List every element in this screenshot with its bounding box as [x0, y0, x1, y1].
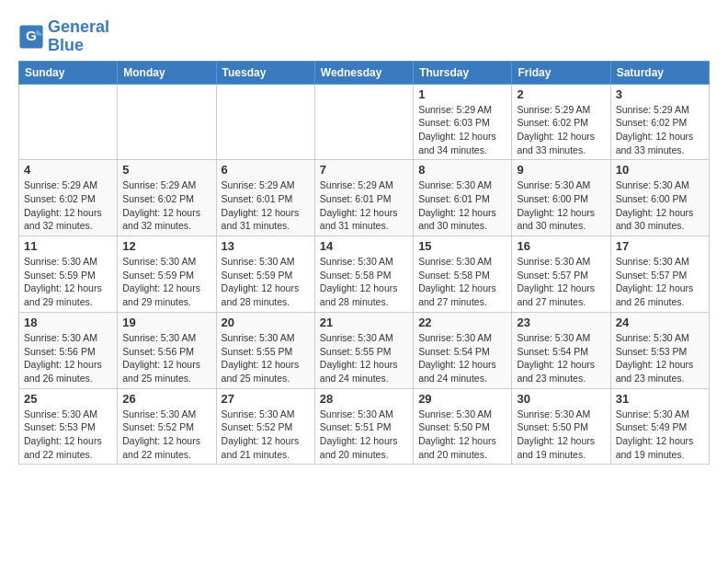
cell-date: 22 — [418, 316, 506, 329]
cell-info: Sunrise: 5:29 AM Sunset: 6:02 PM Dayligh… — [24, 178, 112, 233]
calendar-header-row: SundayMondayTuesdayWednesdayThursdayFrid… — [19, 61, 710, 84]
day-header-saturday: Saturday — [610, 61, 709, 84]
cell-date: 10 — [616, 163, 704, 177]
cell-date: 23 — [517, 316, 605, 329]
cell-date: 31 — [616, 392, 704, 406]
calendar-cell: 5Sunrise: 5:29 AM Sunset: 6:02 PM Daylig… — [118, 160, 216, 236]
calendar-cell: 26Sunrise: 5:30 AM Sunset: 5:52 PM Dayli… — [118, 388, 216, 465]
cell-info: Sunrise: 5:30 AM Sunset: 5:49 PM Dayligh… — [616, 408, 704, 462]
day-header-friday: Friday — [512, 61, 610, 84]
cell-info: Sunrise: 5:29 AM Sunset: 6:02 PM Dayligh… — [616, 103, 704, 157]
calendar-cell: 9Sunrise: 5:30 AM Sunset: 6:00 PM Daylig… — [512, 160, 610, 236]
page-container: G General Blue SundayMondayTuesdayWednes… — [0, 0, 728, 474]
cell-info: Sunrise: 5:30 AM Sunset: 5:53 PM Dayligh… — [616, 331, 704, 385]
day-header-sunday: Sunday — [19, 61, 118, 84]
cell-info: Sunrise: 5:30 AM Sunset: 5:58 PM Dayligh… — [320, 255, 408, 309]
calendar-cell: 11Sunrise: 5:30 AM Sunset: 5:59 PM Dayli… — [19, 236, 118, 313]
day-header-wednesday: Wednesday — [314, 61, 413, 84]
calendar-cell: 8Sunrise: 5:30 AM Sunset: 6:01 PM Daylig… — [414, 160, 512, 236]
cell-info: Sunrise: 5:30 AM Sunset: 5:57 PM Dayligh… — [616, 255, 704, 309]
calendar-cell: 22Sunrise: 5:30 AM Sunset: 5:54 PM Dayli… — [414, 312, 512, 388]
cell-info: Sunrise: 5:29 AM Sunset: 6:01 PM Dayligh… — [320, 178, 408, 233]
cell-info: Sunrise: 5:30 AM Sunset: 5:54 PM Dayligh… — [418, 331, 506, 385]
calendar-cell: 4Sunrise: 5:29 AM Sunset: 6:02 PM Daylig… — [19, 160, 118, 236]
cell-date: 16 — [517, 239, 605, 253]
calendar-cell: 16Sunrise: 5:30 AM Sunset: 5:57 PM Dayli… — [512, 236, 610, 313]
calendar-cell — [216, 84, 314, 160]
cell-date: 3 — [616, 87, 704, 101]
cell-info: Sunrise: 5:30 AM Sunset: 5:55 PM Dayligh… — [320, 331, 408, 385]
cell-date: 15 — [418, 239, 506, 253]
cell-date: 1 — [418, 87, 506, 101]
calendar-cell: 1Sunrise: 5:29 AM Sunset: 6:03 PM Daylig… — [414, 84, 512, 160]
calendar-week-1: 1Sunrise: 5:29 AM Sunset: 6:03 PM Daylig… — [19, 84, 710, 160]
cell-info: Sunrise: 5:30 AM Sunset: 5:59 PM Dayligh… — [222, 255, 310, 309]
calendar-cell: 19Sunrise: 5:30 AM Sunset: 5:56 PM Dayli… — [118, 312, 216, 388]
cell-info: Sunrise: 5:30 AM Sunset: 6:01 PM Dayligh… — [418, 178, 506, 233]
day-header-thursday: Thursday — [414, 61, 512, 84]
logo-line2: Blue — [48, 37, 109, 55]
calendar-cell: 27Sunrise: 5:30 AM Sunset: 5:52 PM Dayli… — [216, 388, 314, 465]
cell-date: 21 — [320, 316, 408, 329]
calendar-cell: 2Sunrise: 5:29 AM Sunset: 6:02 PM Daylig… — [512, 84, 610, 160]
cell-date: 4 — [24, 163, 112, 177]
calendar-cell: 20Sunrise: 5:30 AM Sunset: 5:55 PM Dayli… — [216, 312, 314, 388]
svg-text:G: G — [26, 28, 37, 43]
calendar-cell: 6Sunrise: 5:29 AM Sunset: 6:01 PM Daylig… — [216, 160, 314, 236]
cell-date: 11 — [24, 239, 112, 253]
cell-date: 18 — [24, 316, 112, 329]
calendar-week-5: 25Sunrise: 5:30 AM Sunset: 5:53 PM Dayli… — [19, 388, 710, 465]
calendar-cell: 13Sunrise: 5:30 AM Sunset: 5:59 PM Dayli… — [216, 236, 314, 313]
calendar-cell — [314, 84, 413, 160]
cell-info: Sunrise: 5:29 AM Sunset: 6:03 PM Dayligh… — [418, 103, 506, 157]
calendar-cell: 12Sunrise: 5:30 AM Sunset: 5:59 PM Dayli… — [118, 236, 216, 313]
cell-date: 19 — [122, 316, 210, 329]
calendar-cell — [118, 84, 216, 160]
header: G General Blue — [18, 18, 710, 55]
cell-info: Sunrise: 5:30 AM Sunset: 5:52 PM Dayligh… — [122, 408, 210, 462]
cell-info: Sunrise: 5:30 AM Sunset: 5:56 PM Dayligh… — [24, 331, 112, 385]
cell-date: 26 — [122, 392, 210, 406]
cell-info: Sunrise: 5:30 AM Sunset: 5:58 PM Dayligh… — [418, 255, 506, 309]
calendar-cell: 28Sunrise: 5:30 AM Sunset: 5:51 PM Dayli… — [314, 388, 413, 465]
calendar-table: SundayMondayTuesdayWednesdayThursdayFrid… — [18, 61, 710, 465]
cell-date: 13 — [222, 239, 310, 253]
cell-date: 27 — [222, 392, 310, 406]
logo: G General Blue — [18, 18, 109, 55]
calendar-cell: 10Sunrise: 5:30 AM Sunset: 6:00 PM Dayli… — [610, 160, 709, 236]
calendar-cell: 15Sunrise: 5:30 AM Sunset: 5:58 PM Dayli… — [414, 236, 512, 313]
cell-info: Sunrise: 5:30 AM Sunset: 6:00 PM Dayligh… — [517, 178, 605, 233]
calendar-cell: 30Sunrise: 5:30 AM Sunset: 5:50 PM Dayli… — [512, 388, 610, 465]
cell-date: 9 — [517, 163, 605, 177]
cell-date: 8 — [418, 163, 506, 177]
cell-date: 24 — [616, 316, 704, 329]
cell-info: Sunrise: 5:30 AM Sunset: 5:53 PM Dayligh… — [24, 408, 112, 462]
calendar-cell: 31Sunrise: 5:30 AM Sunset: 5:49 PM Dayli… — [610, 388, 709, 465]
day-header-tuesday: Tuesday — [216, 61, 314, 84]
cell-date: 14 — [320, 239, 408, 253]
calendar-cell: 17Sunrise: 5:30 AM Sunset: 5:57 PM Dayli… — [610, 236, 709, 313]
cell-date: 2 — [517, 87, 605, 101]
cell-date: 28 — [320, 392, 408, 406]
cell-date: 5 — [122, 163, 210, 177]
cell-date: 6 — [222, 163, 310, 177]
logo-line1: General — [48, 18, 109, 37]
cell-info: Sunrise: 5:30 AM Sunset: 5:51 PM Dayligh… — [320, 408, 408, 462]
day-header-monday: Monday — [118, 61, 216, 84]
cell-date: 12 — [122, 239, 210, 253]
calendar-cell: 3Sunrise: 5:29 AM Sunset: 6:02 PM Daylig… — [610, 84, 709, 160]
calendar-week-3: 11Sunrise: 5:30 AM Sunset: 5:59 PM Dayli… — [19, 236, 710, 313]
cell-info: Sunrise: 5:29 AM Sunset: 6:02 PM Dayligh… — [122, 178, 210, 233]
calendar-cell: 14Sunrise: 5:30 AM Sunset: 5:58 PM Dayli… — [314, 236, 413, 313]
calendar-cell: 21Sunrise: 5:30 AM Sunset: 5:55 PM Dayli… — [314, 312, 413, 388]
cell-info: Sunrise: 5:30 AM Sunset: 5:54 PM Dayligh… — [517, 331, 605, 385]
cell-date: 29 — [418, 392, 506, 406]
logo-icon: G — [18, 24, 44, 50]
cell-date: 20 — [222, 316, 310, 329]
cell-info: Sunrise: 5:30 AM Sunset: 5:55 PM Dayligh… — [222, 331, 310, 385]
calendar-cell: 7Sunrise: 5:29 AM Sunset: 6:01 PM Daylig… — [314, 160, 413, 236]
calendar-cell: 25Sunrise: 5:30 AM Sunset: 5:53 PM Dayli… — [19, 388, 118, 465]
cell-info: Sunrise: 5:29 AM Sunset: 6:02 PM Dayligh… — [517, 103, 605, 157]
cell-info: Sunrise: 5:30 AM Sunset: 5:52 PM Dayligh… — [222, 408, 310, 462]
calendar-week-2: 4Sunrise: 5:29 AM Sunset: 6:02 PM Daylig… — [19, 160, 710, 236]
